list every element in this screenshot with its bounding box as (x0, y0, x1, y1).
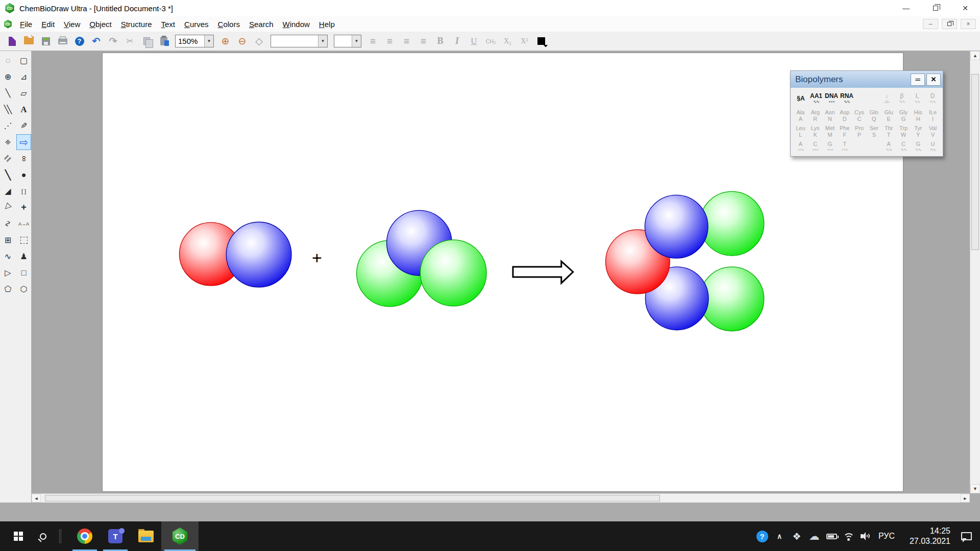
menu-help[interactable]: Help (314, 18, 339, 31)
open-folder-button[interactable] (21, 34, 37, 48)
tray-battery-button[interactable] (823, 521, 840, 551)
minimize-button[interactable]: — (891, 0, 921, 16)
menu-colors[interactable]: Colors (213, 18, 244, 31)
taskbar-app-teams[interactable]: T (100, 521, 131, 551)
zoom-dropdown-arrow-icon[interactable]: ▼ (204, 35, 213, 47)
document-restore-button[interactable] (942, 19, 957, 29)
dashed-bond-tool[interactable]: ⋰ (1, 118, 15, 134)
document-minimize-button[interactable]: – (923, 19, 938, 29)
language-indicator[interactable]: РУС (875, 532, 898, 541)
italic-button[interactable]: I (449, 34, 465, 48)
color-swatch-button[interactable] (533, 34, 549, 48)
rna-tool[interactable]: RNA∿∿ (839, 93, 854, 104)
hollow-wedge-tool[interactable]: ▷ (1, 199, 15, 215)
underline-button[interactable]: U (466, 34, 482, 48)
bracket-tool[interactable]: [ ] (16, 183, 31, 199)
biopolymers-title-bar[interactable]: Biopolymers ═ ✕ (791, 71, 943, 88)
hash-bond-tool[interactable]: ∥∥ (1, 151, 15, 166)
pentagon-tool[interactable]: ⬠ (1, 281, 15, 297)
amino-acid-ser[interactable]: SerS (867, 124, 881, 139)
tray-network-button[interactable] (840, 521, 857, 551)
reaction-arrow[interactable] (513, 261, 573, 283)
amino-acid-gly[interactable]: GlyG (896, 109, 911, 123)
eraser-tool[interactable]: ▱ (16, 85, 31, 101)
table-tool[interactable]: ⊞ (1, 232, 15, 248)
copy-button[interactable] (139, 34, 155, 48)
zoom-level-combo[interactable]: 150% ▼ (175, 35, 214, 47)
zoom-out-button[interactable]: ⊖ (234, 34, 250, 48)
zoom-in-button[interactable]: ⊕ (217, 34, 233, 48)
menu-edit[interactable]: Edit (37, 18, 59, 31)
hexagon-tool[interactable]: ⬡ (16, 281, 31, 297)
align-center-button[interactable]: ≡ (382, 34, 398, 48)
side-chain-tool[interactable]: ↓–G– (879, 93, 894, 104)
menu-curves[interactable]: Curves (180, 18, 213, 31)
subscript-button[interactable]: X₂ (500, 34, 516, 48)
amino-acid-glu[interactable]: GluE (881, 109, 896, 123)
tray-volume-button[interactable] (857, 521, 875, 551)
redo-button[interactable]: ↷ (105, 34, 121, 48)
nucleotide-g[interactable]: G∘∘∘ (823, 140, 838, 153)
amino-acid-tool[interactable]: AA1∿∿ (808, 93, 824, 104)
amino-acid-lys[interactable]: LysK (808, 124, 823, 139)
tray-help-button[interactable]: ? (753, 521, 771, 551)
nucleotide-g[interactable]: G∿∿ (911, 140, 925, 153)
protein-sequence-tool[interactable]: §A (793, 95, 808, 102)
pen-tool[interactable]: ✎ (16, 118, 31, 134)
beta-amino-tool[interactable]: β∿∿ (894, 93, 910, 104)
green-sphere[interactable] (420, 240, 486, 306)
scroll-up-arrow-icon[interactable]: ▲ (970, 51, 980, 60)
amino-acid-tyr[interactable]: TyrY (911, 124, 925, 139)
menu-object[interactable]: Object (85, 18, 116, 31)
text-tool[interactable]: A (16, 102, 31, 117)
nucleotide-u[interactable]: U∿∿ (925, 140, 940, 153)
undo-button[interactable]: ↶ (88, 34, 104, 48)
amino-acid-met[interactable]: MetM (823, 124, 838, 139)
perspective-tool[interactable]: ⊿ (16, 69, 31, 85)
superscript-button[interactable]: X² (517, 34, 532, 48)
hashed-wedge-tool[interactable]: ≡ (1, 134, 15, 150)
save-button[interactable] (38, 34, 54, 48)
paste-button[interactable] (156, 34, 172, 48)
amino-acid-asp[interactable]: AspD (837, 109, 852, 123)
align-right-button[interactable]: ≡ (399, 34, 414, 48)
nucleotide-c[interactable]: C∘∘∘ (808, 140, 823, 153)
menu-search[interactable]: Search (244, 18, 278, 31)
tray-dropbox-button[interactable]: ❖ (788, 521, 805, 551)
horizontal-scroll-thumb[interactable] (45, 495, 660, 502)
wedge-bond-tool[interactable]: ◢ (1, 183, 15, 199)
amino-acid-pro[interactable]: ProP (852, 124, 867, 139)
amino-acid-his[interactable]: HisH (911, 109, 925, 123)
horizontal-scrollbar[interactable]: ◄ ► (32, 493, 970, 503)
vertical-scroll-thumb[interactable] (971, 74, 979, 250)
nucleotide-c[interactable]: C∿∿ (896, 140, 911, 153)
d-amino-tool[interactable]: D∿∿ (925, 93, 940, 104)
amino-acid-arg[interactable]: ArgR (808, 109, 823, 123)
action-center-button[interactable] (958, 521, 975, 551)
polymer-draw-tool[interactable]: ∿ (1, 248, 15, 264)
solid-bond-tool[interactable]: ╲ (1, 85, 15, 101)
size-dropdown-arrow-icon[interactable]: ▼ (352, 35, 361, 47)
biopolymers-collapse-button[interactable]: ═ (911, 73, 925, 86)
taskbar-clock[interactable]: 14:25 27.03.2021 (901, 526, 950, 546)
taskbar-app-explorer[interactable] (131, 521, 161, 551)
orbital-tool[interactable]: ∞ (16, 151, 31, 166)
help-button[interactable]: ? (71, 34, 87, 48)
font-family-combo[interactable]: ▼ (271, 35, 328, 47)
taskbar-search-button[interactable] (31, 521, 55, 551)
align-justify-button[interactable]: ≡ (415, 34, 431, 48)
font-dropdown-arrow-icon[interactable]: ▼ (318, 35, 327, 47)
amino-acid-ala[interactable]: AlaA (793, 109, 808, 123)
amino-acid-val[interactable]: ValV (925, 124, 940, 139)
chemical-symbol-tool[interactable]: + (16, 199, 31, 215)
tray-overflow-button[interactable]: ∧ (771, 521, 788, 551)
nucleotide-a[interactable]: A∘∘∘ (793, 140, 808, 153)
squiggle-bond-tool[interactable]: ∿ (1, 216, 15, 232)
sphere-tool[interactable]: ● (16, 167, 31, 183)
menu-structure[interactable]: Structure (116, 18, 157, 31)
blue-sphere[interactable] (226, 222, 291, 287)
menu-view[interactable]: View (59, 18, 85, 31)
new-document-button[interactable] (4, 34, 20, 48)
taskbar-app-chrome[interactable] (69, 521, 100, 551)
green-sphere[interactable] (700, 267, 764, 331)
